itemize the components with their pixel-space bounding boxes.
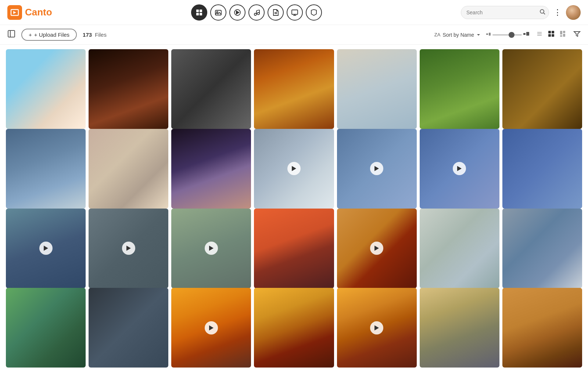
sidebar-toggle-button[interactable]	[7, 30, 15, 40]
grid-item-25[interactable]	[254, 288, 334, 368]
grid-item-19[interactable]	[337, 209, 417, 288]
grid-item-15[interactable]	[6, 209, 86, 288]
nav-video-btn[interactable]	[229, 4, 245, 21]
grid-item-17[interactable]	[171, 209, 251, 288]
size-slider-track[interactable]	[492, 34, 522, 36]
svg-rect-33	[552, 34, 554, 37]
svg-marker-38	[292, 166, 296, 171]
svg-marker-41	[44, 246, 48, 251]
play-button[interactable]	[205, 321, 218, 334]
grid-item-28[interactable]	[502, 288, 582, 368]
svg-marker-7	[236, 10, 240, 15]
toolbar: + + Upload Files 173 Files ZA Sort by Na…	[0, 25, 588, 45]
svg-rect-5	[215, 10, 221, 15]
grid-item-5[interactable]	[337, 49, 417, 129]
svg-rect-26	[526, 32, 529, 36]
thumb-background	[502, 49, 582, 129]
thumb-background	[254, 49, 334, 129]
grid-item-10[interactable]	[171, 129, 251, 209]
thumb-background	[502, 209, 582, 288]
svg-marker-43	[209, 246, 214, 251]
grid-item-2[interactable]	[89, 49, 168, 129]
grid-item-12[interactable]	[337, 129, 417, 209]
thumb-background	[254, 288, 334, 368]
size-slider-thumb[interactable]	[509, 32, 514, 38]
svg-rect-34	[560, 31, 562, 35]
play-button[interactable]	[39, 242, 53, 255]
svg-rect-30	[548, 31, 551, 33]
svg-rect-31	[552, 31, 554, 33]
upload-files-button[interactable]: + + Upload Files	[21, 29, 77, 41]
grid-item-1[interactable]	[6, 49, 86, 129]
nav-photo-btn[interactable]	[210, 4, 226, 21]
grid-item-6[interactable]	[420, 49, 499, 129]
filter-button[interactable]	[573, 30, 581, 39]
grid-item-3[interactable]	[171, 49, 251, 129]
nav-presentation-btn[interactable]	[287, 4, 303, 21]
svg-marker-44	[374, 246, 379, 251]
svg-marker-45	[209, 325, 214, 330]
thumb-background	[6, 288, 86, 368]
sort-button[interactable]: ZA Sort by Name	[434, 32, 481, 38]
upload-plus-icon: +	[29, 32, 32, 38]
play-button[interactable]	[370, 162, 383, 175]
grid-item-20[interactable]	[420, 209, 499, 288]
thumb-background	[420, 288, 499, 368]
svg-rect-24	[489, 33, 491, 36]
file-count-number: 173	[83, 32, 92, 38]
play-button[interactable]	[122, 242, 135, 255]
list-view-button[interactable]	[534, 29, 545, 41]
grid-item-24[interactable]	[171, 288, 251, 368]
masonry-view-button[interactable]	[558, 29, 568, 41]
grid-item-7[interactable]	[502, 49, 582, 129]
nav-library-btn[interactable]	[191, 4, 207, 21]
svg-rect-23	[486, 33, 488, 35]
size-slider	[486, 32, 529, 38]
sort-label: Sort by Name	[442, 32, 474, 38]
grid-item-13[interactable]	[420, 129, 499, 209]
svg-marker-42	[126, 246, 131, 251]
thumb-background	[171, 129, 251, 209]
grid-item-21[interactable]	[502, 209, 582, 288]
play-button[interactable]	[370, 321, 383, 334]
grid-item-4[interactable]	[254, 49, 334, 129]
thumb-background	[89, 288, 168, 368]
thumb-background	[254, 209, 334, 288]
svg-line-12	[257, 10, 259, 11]
svg-point-9	[254, 13, 257, 15]
nav-icons	[191, 4, 322, 21]
grid-item-8[interactable]	[6, 129, 86, 209]
svg-rect-36	[563, 34, 565, 37]
logo: Canto	[7, 5, 52, 20]
grid-item-11[interactable]	[254, 129, 334, 209]
avatar-image	[566, 5, 581, 20]
svg-rect-16	[292, 10, 298, 14]
grid-item-9[interactable]	[89, 129, 168, 209]
grid-view-button[interactable]	[546, 29, 556, 41]
toolbar-left: + + Upload Files 173 Files	[7, 29, 107, 41]
play-button[interactable]	[287, 162, 301, 175]
nav-audio-btn[interactable]	[248, 4, 265, 21]
grid-item-22[interactable]	[6, 288, 86, 368]
header: Canto	[0, 0, 588, 25]
nav-document-btn[interactable]	[268, 4, 284, 21]
grid-item-26[interactable]	[337, 288, 417, 368]
svg-rect-21	[8, 30, 15, 37]
svg-marker-40	[457, 166, 462, 171]
play-button[interactable]	[453, 162, 466, 175]
search-button[interactable]	[539, 9, 545, 16]
grid-item-23[interactable]	[89, 288, 168, 368]
grid-item-16[interactable]	[89, 209, 168, 288]
grid-item-27[interactable]	[420, 288, 499, 368]
thumb-background	[89, 129, 168, 209]
svg-rect-25	[523, 33, 526, 35]
grid-item-14[interactable]	[502, 129, 582, 209]
play-button[interactable]	[205, 242, 218, 255]
nav-other-btn[interactable]	[306, 4, 322, 21]
search-input[interactable]	[461, 6, 549, 19]
thumb-background	[89, 49, 168, 129]
more-options-button[interactable]: ⋮	[553, 8, 562, 17]
play-button[interactable]	[370, 242, 383, 255]
thumb-background	[502, 288, 582, 368]
grid-item-18[interactable]	[254, 209, 334, 288]
